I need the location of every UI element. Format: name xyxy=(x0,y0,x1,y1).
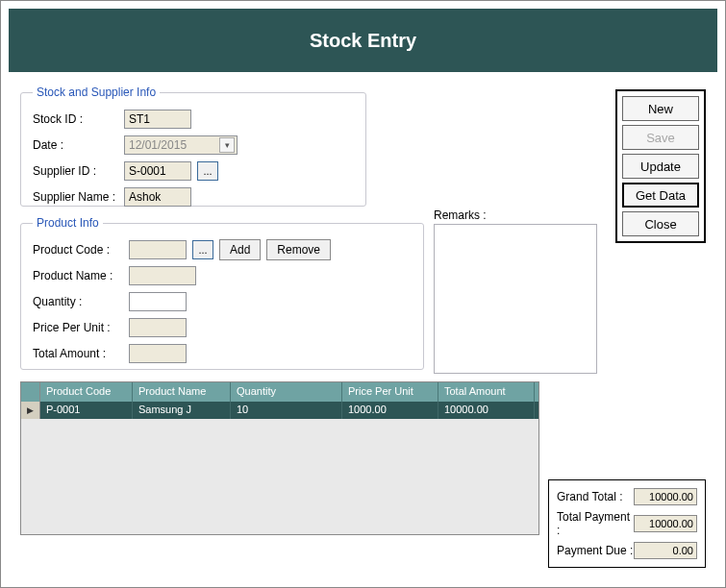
cell-code[interactable]: P-0001 xyxy=(40,402,133,419)
remarks-textarea[interactable] xyxy=(434,224,597,374)
product-info-legend: Product Info xyxy=(33,216,103,230)
price-label: Price Per Unit : xyxy=(33,321,129,334)
close-button[interactable]: Close xyxy=(622,211,699,236)
payment-due-label: Payment Due : xyxy=(557,544,633,557)
save-button[interactable]: Save xyxy=(622,125,699,150)
price-input[interactable] xyxy=(129,318,187,337)
date-picker[interactable]: 12/01/2015 ▾ xyxy=(124,135,238,155)
supplier-name-input xyxy=(124,187,191,207)
chevron-down-icon[interactable]: ▾ xyxy=(219,137,235,153)
product-grid[interactable]: Product Code Product Name Quantity Price… xyxy=(20,381,539,535)
product-info-fieldset: Product Info Product Code : ... Add Remo… xyxy=(20,216,424,370)
supplier-name-label: Supplier Name : xyxy=(33,190,124,204)
product-code-label: Product Code : xyxy=(33,243,129,257)
stock-id-label: Stock ID : xyxy=(33,112,124,126)
cell-qty[interactable]: 10 xyxy=(231,402,342,419)
product-lookup-button[interactable]: ... xyxy=(192,240,213,259)
cell-total[interactable]: 10000.00 xyxy=(438,402,535,419)
col-header-code[interactable]: Product Code xyxy=(40,382,133,402)
table-row[interactable]: ▶ P-0001 Samsung J 10 1000.00 10000.00 xyxy=(21,402,538,419)
totals-panel: Grand Total : Total Payment : Payment Du… xyxy=(548,479,706,568)
stock-id-input[interactable] xyxy=(124,110,191,129)
cell-price[interactable]: 1000.00 xyxy=(342,402,438,419)
total-payment-label: Total Payment : xyxy=(557,510,634,537)
date-value: 12/01/2015 xyxy=(129,138,187,152)
col-header-total[interactable]: Total Amount xyxy=(438,382,535,402)
grid-corner xyxy=(21,382,40,402)
col-header-name[interactable]: Product Name xyxy=(133,382,231,402)
supplier-lookup-button[interactable]: ... xyxy=(197,161,218,181)
stock-entry-window: Stock Entry Stock and Supplier Info Stoc… xyxy=(0,0,726,588)
page-title: Stock Entry xyxy=(310,30,416,52)
col-header-price[interactable]: Price Per Unit xyxy=(342,382,438,402)
update-button[interactable]: Update xyxy=(622,154,699,179)
grand-total-input xyxy=(634,488,697,505)
stock-supplier-fieldset: Stock and Supplier Info Stock ID : Date … xyxy=(20,86,366,207)
payment-due-input xyxy=(634,542,697,559)
quantity-input[interactable] xyxy=(129,292,187,311)
remove-button[interactable]: Remove xyxy=(266,239,331,260)
total-payment-input[interactable] xyxy=(634,515,697,532)
cell-name[interactable]: Samsung J xyxy=(133,402,231,419)
row-indicator-icon: ▶ xyxy=(21,402,40,419)
grid-body: ▶ P-0001 Samsung J 10 1000.00 10000.00 xyxy=(21,402,538,419)
supplier-id-input[interactable] xyxy=(124,161,191,181)
stock-supplier-legend: Stock and Supplier Info xyxy=(33,86,160,99)
grid-header-row: Product Code Product Name Quantity Price… xyxy=(21,382,538,402)
get-data-button[interactable]: Get Data xyxy=(622,183,699,208)
header: Stock Entry xyxy=(9,9,717,72)
action-panel: New Save Update Get Data Close xyxy=(615,89,706,243)
remarks-section: Remarks : xyxy=(434,208,597,378)
new-button[interactable]: New xyxy=(622,96,699,121)
total-amount-label: Total Amount : xyxy=(33,347,129,360)
product-name-label: Product Name : xyxy=(33,269,129,282)
content-area: Stock and Supplier Info Stock ID : Date … xyxy=(9,78,717,579)
col-header-qty[interactable]: Quantity xyxy=(231,382,342,402)
quantity-label: Quantity : xyxy=(33,295,129,308)
supplier-id-label: Supplier ID : xyxy=(33,164,124,178)
date-label: Date : xyxy=(33,138,124,152)
total-amount-input xyxy=(129,344,187,363)
remarks-label: Remarks : xyxy=(434,208,597,222)
product-name-input xyxy=(129,266,196,285)
grand-total-label: Grand Total : xyxy=(557,490,622,503)
add-button[interactable]: Add xyxy=(219,239,261,260)
product-code-input[interactable] xyxy=(129,240,187,259)
